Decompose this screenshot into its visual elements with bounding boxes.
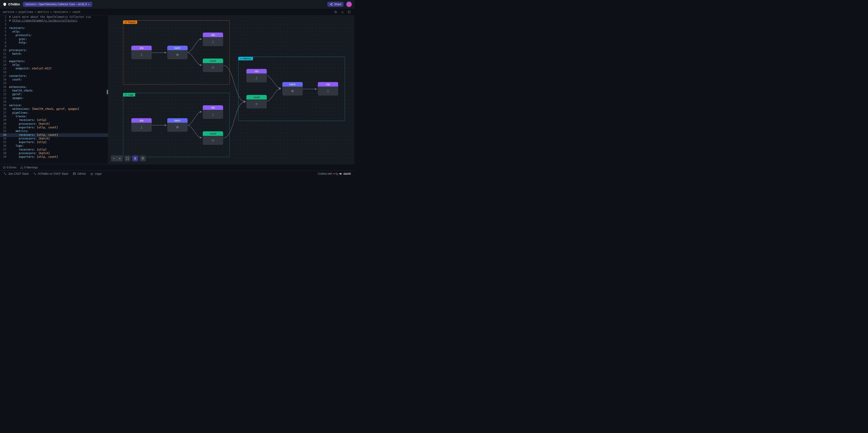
svg-rect-19 [291, 90, 293, 92]
editor-line[interactable]: 3 [0, 23, 108, 26]
app-name: OTelBin [8, 2, 20, 6]
editor-line[interactable]: 25service: [0, 104, 108, 107]
user-avatar[interactable] [346, 2, 352, 7]
warnings-status[interactable]: 0 Warnings [20, 166, 38, 169]
editor-line[interactable]: 32 metrics: [0, 129, 108, 133]
editor-line[interactable]: 10processors: [0, 49, 108, 52]
editor-line[interactable]: 18 count: [0, 78, 108, 82]
svg-point-18 [256, 103, 257, 104]
editor-line[interactable]: 27 pipelines: [0, 111, 108, 115]
download-button[interactable] [340, 9, 345, 14]
logo-icon [3, 2, 7, 6]
validation-dropdown[interactable]: Validation: OpenTelemetry Collector Core… [23, 2, 92, 7]
breadcrumb-item[interactable]: pipelines [19, 10, 33, 13]
share-button[interactable]: Share [327, 2, 344, 7]
copy-button[interactable] [333, 9, 338, 14]
editor-line[interactable]: 5 otlp: [0, 30, 108, 34]
editor-line[interactable]: 11 batch: [0, 52, 108, 56]
upload-icon [211, 40, 215, 43]
svg-marker-10 [200, 64, 202, 66]
list-icon [125, 94, 127, 96]
code-editor[interactable]: 1# Learn more about the OpenTelemetry Co… [0, 16, 108, 164]
slack-icon [33, 172, 36, 175]
slack-link[interactable]: Join CNCF Slack [4, 172, 29, 175]
editor-line[interactable]: 29 receivers: [otlp] [0, 118, 108, 122]
editor-line[interactable]: 8 http: [0, 41, 108, 45]
node-exporter-otlp-metrics[interactable]: otlp [318, 82, 338, 96]
svg-rect-31 [5, 174, 6, 175]
editor-line[interactable]: 6 protocols: [0, 34, 108, 37]
node-exporter-otlp-logs[interactable]: otlp [203, 105, 223, 119]
svg-rect-5 [177, 54, 178, 55]
editor-line[interactable]: 15 endpoint: otelcol:4317 [0, 67, 108, 70]
errors-status[interactable]: 0 Errors [3, 166, 17, 169]
node-processor-batch[interactable]: batch [167, 45, 188, 59]
editor-line[interactable]: 9 [0, 45, 108, 49]
editor-line[interactable]: 35 exporters: [otlp] [0, 141, 108, 144]
github-link[interactable]: GitHub [73, 172, 86, 175]
editor-line[interactable]: 24 [0, 100, 108, 104]
logo[interactable]: OTelBin [3, 2, 20, 6]
editor-line[interactable]: 28 traces: [0, 115, 108, 118]
editor-line[interactable]: 22 pprof: [0, 93, 108, 96]
brand-link[interactable]: dash0 [339, 172, 351, 175]
editor-line[interactable]: 19 [0, 82, 108, 85]
editor-line[interactable]: 37 receivers: [otlp] [0, 148, 108, 152]
node-receiver-otlp-logs[interactable]: otlp [131, 118, 152, 132]
warning-icon [20, 166, 23, 169]
editor-line[interactable]: 36 logs: [0, 144, 108, 148]
zoom-in-button[interactable]: + [117, 155, 123, 161]
copy-icon [334, 10, 337, 13]
error-icon [3, 166, 6, 169]
zoom-out-button[interactable]: − [111, 155, 117, 161]
editor-line[interactable]: 39 exporters: [otlp, count] [0, 155, 108, 159]
node-connector-count-logs[interactable]: count [203, 131, 223, 145]
footer: Join CNCF Slack #OTelBin on CNCF Slack G… [0, 171, 354, 177]
svg-rect-35 [340, 173, 341, 175]
share-icon [330, 3, 333, 6]
editor-line[interactable]: 1# Learn more about the OpenTelemetry Co… [0, 16, 108, 19]
editor-line[interactable]: 14 otlp: [0, 63, 108, 67]
node-connector-count[interactable]: count [203, 59, 223, 72]
lock-button[interactable] [132, 155, 138, 161]
editor-line[interactable]: 31 exporters: [otlp, count] [0, 126, 108, 129]
editor-line[interactable]: 16 [0, 70, 108, 74]
editor-line[interactable]: 17connectors: [0, 74, 108, 78]
metrics-label: Metrics [238, 57, 253, 60]
editor-line[interactable]: 30 processors: [batch] [0, 122, 108, 126]
pipeline-canvas[interactable]: Traces otlp batch otlp count L [108, 16, 354, 164]
node-processor-batch-logs[interactable]: batch [167, 118, 188, 132]
editor-line[interactable]: 26 extensions: [health_check, pprof, zpa… [0, 107, 108, 111]
breadcrumb-item[interactable]: receivers [53, 10, 68, 13]
status-bar: 0 Errors 0 Warnings [0, 164, 354, 171]
resize-handle[interactable] [107, 90, 108, 94]
editor-line[interactable]: 4receivers: [0, 26, 108, 30]
breadcrumb-item[interactable]: service [3, 10, 14, 13]
fit-view-button[interactable] [125, 155, 130, 161]
node-exporter-otlp[interactable]: otlp [203, 33, 223, 46]
editor-line[interactable]: 33 receivers: [otlp, count] [0, 133, 108, 137]
heart-icon: ♥ [333, 172, 335, 175]
breadcrumb-item[interactable]: metrics [37, 10, 49, 13]
editor-line[interactable]: 38 processors: [batch] [0, 152, 108, 155]
editor-line[interactable]: 13exporters: [0, 60, 108, 63]
node-receiver-count-metrics[interactable]: count [246, 95, 267, 109]
editor-line[interactable]: 34 processors: [batch] [0, 137, 108, 141]
editor-line[interactable]: 23 zpages: [0, 96, 108, 100]
editor-line[interactable]: 2# https://opentelemetry.io/docs/collect… [0, 19, 108, 23]
node-processor-batch-metrics[interactable]: batch [282, 82, 303, 96]
node-receiver-otlp[interactable]: otlp [131, 45, 152, 59]
breadcrumb-item[interactable]: count [72, 10, 81, 13]
main-area: 1# Learn more about the OpenTelemetry Co… [0, 16, 354, 164]
legal-link[interactable]: Legal [90, 172, 101, 175]
slack-channel-link[interactable]: #OTelBin on CNCF Slack [33, 172, 68, 175]
help-button[interactable] [140, 155, 146, 161]
editor-line[interactable]: 7 grpc: [0, 37, 108, 41]
editor-line[interactable]: 20extensions: [0, 86, 108, 89]
node-receiver-otlp-metrics[interactable]: otlp [246, 69, 267, 83]
editor-line[interactable]: 21 health_check: [0, 89, 108, 93]
panel-toggle-button[interactable] [347, 9, 352, 14]
editor-line[interactable]: 12 [0, 56, 108, 59]
svg-rect-2 [348, 11, 350, 13]
upload-icon [211, 113, 215, 116]
